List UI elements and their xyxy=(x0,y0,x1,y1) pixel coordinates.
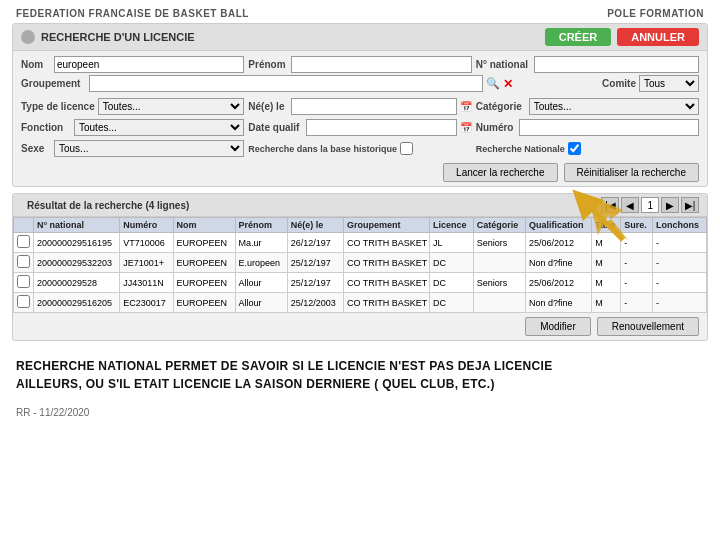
groupement-search-icon[interactable]: 🔍 xyxy=(486,77,500,90)
comite-label: Comite xyxy=(602,78,636,89)
info-text-line2: AILLEURS, OU S'IL ETAIT LICENCIE LA SAIS… xyxy=(16,375,704,393)
recherche-nationale-checkbox[interactable] xyxy=(568,142,581,155)
cell-taxe: M xyxy=(592,293,621,313)
prenom-field-group: Prénom xyxy=(248,56,471,73)
cell-qualification: 25/06/2012 xyxy=(526,273,592,293)
cell-numero: JE71001+ xyxy=(120,253,173,273)
cell-numero: VT710006 xyxy=(120,233,173,253)
results-table-container: N° national Numéro Nom Prénom Né(e) le G… xyxy=(13,217,707,313)
renouvellement-button[interactable]: Renouvellement xyxy=(597,317,699,336)
row-checkbox-cell[interactable] xyxy=(14,253,34,273)
row-checkbox-cell[interactable] xyxy=(14,233,34,253)
creer-button[interactable]: CRÉER xyxy=(545,28,612,46)
nee-le-calendar-icon[interactable]: 📅 xyxy=(460,101,472,112)
nav-next-button[interactable]: ▶ xyxy=(661,197,679,213)
sexe-field-group: Sexe Tous... xyxy=(21,140,244,157)
nom-label: Nom xyxy=(21,59,51,70)
cell-n-national: 200000029532203 xyxy=(34,253,120,273)
cell-prenom: Allour xyxy=(235,273,287,293)
header: FEDERATION FRANCAISE DE BASKET BALL POLE… xyxy=(0,0,720,23)
table-row[interactable]: 200000029516205 EC230017 EUROPEEN Allour… xyxy=(14,293,707,313)
search-panel-title: RECHERCHE D'UN LICENCIE xyxy=(41,31,545,43)
nee-le-input[interactable] xyxy=(291,98,456,115)
groupement-input[interactable] xyxy=(89,75,483,92)
col-prenom: Prénom xyxy=(235,218,287,233)
header-right-title: POLE FORMATION xyxy=(607,8,704,19)
cell-licence: DC xyxy=(430,293,474,313)
footer-text: RR - 11/22/2020 xyxy=(16,407,89,418)
nav-last-button[interactable]: ▶| xyxy=(681,197,699,213)
col-nee-le: Né(e) le xyxy=(287,218,343,233)
recherche-base-checkbox[interactable] xyxy=(400,142,413,155)
modifier-button[interactable]: Modifier xyxy=(525,317,591,336)
nee-le-field-group: Né(e) le 📅 xyxy=(248,98,471,115)
table-row[interactable]: 200000029532203 JE71001+ EUROPEEN E.urop… xyxy=(14,253,707,273)
table-row[interactable]: 200000029528 JJ43011N EUROPEEN Allour 25… xyxy=(14,273,707,293)
col-qualification: Qualification xyxy=(526,218,592,233)
info-text-block: RECHERCHE NATIONAL PERMET DE SAVOIR SI L… xyxy=(0,341,720,401)
categorie-label: Catégorie xyxy=(476,101,526,112)
reinitialiser-button[interactable]: Réinitialiser la recherche xyxy=(564,163,700,182)
comite-select[interactable]: Tous xyxy=(639,75,699,92)
cell-numero: EC230017 xyxy=(120,293,173,313)
cell-categorie: Seniors xyxy=(473,233,525,253)
annuler-button[interactable]: ANNULER xyxy=(617,28,699,46)
groupement-clear-icon[interactable]: ✕ xyxy=(503,77,513,91)
nom-input[interactable] xyxy=(54,56,244,73)
cell-nom: EUROPEEN xyxy=(173,253,235,273)
recherche-nationale-label: Recherche Nationale xyxy=(476,144,565,154)
row-checkbox-cell[interactable] xyxy=(14,273,34,293)
cell-groupement: CO TRITH BASKET P.. xyxy=(343,293,429,313)
col-numero: Numéro xyxy=(120,218,173,233)
date-qualif-input[interactable] xyxy=(306,119,456,136)
sexe-select[interactable]: Tous... xyxy=(54,140,244,157)
nom-field-group: Nom xyxy=(21,56,244,73)
nav-prev-button[interactable]: ◀ xyxy=(621,197,639,213)
cell-categorie: Seniors xyxy=(473,273,525,293)
numero-label: Numéro xyxy=(476,122,516,133)
cell-nee-le: 25/12/197 xyxy=(287,273,343,293)
date-qualif-field-group: Date qualif 📅 xyxy=(248,119,471,136)
results-panel: Résultat de la recherche (4 lignes) |◀ ◀… xyxy=(12,193,708,341)
cell-licence: DC xyxy=(430,273,474,293)
col-nom: Nom xyxy=(173,218,235,233)
recherche-base-group: Recherche dans la base historique xyxy=(248,142,471,155)
type-licence-label: Type de licence xyxy=(21,101,95,112)
cell-taxe: M xyxy=(592,233,621,253)
search-panel-icon xyxy=(21,30,35,44)
cell-licence: DC xyxy=(430,253,474,273)
cell-lonchons: - xyxy=(653,233,707,253)
cell-sure: - xyxy=(621,293,653,313)
cell-nom: EUROPEEN xyxy=(173,293,235,313)
fonction-select[interactable]: Toutes... xyxy=(74,119,244,136)
lancer-recherche-button[interactable]: Lancer la recherche xyxy=(443,163,557,182)
cell-prenom: Allour xyxy=(235,293,287,313)
results-title-bar: Résultat de la recherche (4 lignes) |◀ ◀… xyxy=(13,194,707,217)
cell-nee-le: 25/12/197 xyxy=(287,253,343,273)
nav-first-button[interactable]: |◀ xyxy=(601,197,619,213)
type-licence-field-group: Type de licence Toutes... xyxy=(21,98,244,115)
n-national-input[interactable] xyxy=(534,56,699,73)
fonction-label: Fonction xyxy=(21,122,71,133)
cell-groupement: CO TRITH BASKET P.. xyxy=(343,273,429,293)
prenom-label: Prénom xyxy=(248,59,288,70)
footer: RR - 11/22/2020 xyxy=(0,401,720,424)
cell-lonchons: - xyxy=(653,253,707,273)
date-qualif-calendar-icon[interactable]: 📅 xyxy=(460,122,472,133)
n-national-field-group: N° national xyxy=(476,56,699,73)
type-licence-select[interactable]: Toutes... xyxy=(98,98,245,115)
numero-input[interactable] xyxy=(519,119,699,136)
row-checkbox-cell[interactable] xyxy=(14,293,34,313)
search-action-row: Lancer la recherche Réinitialiser la rec… xyxy=(13,159,707,186)
col-checkbox xyxy=(14,218,34,233)
groupement-label: Groupement xyxy=(21,78,86,89)
prenom-input[interactable] xyxy=(291,56,471,73)
numero-field-group: Numéro xyxy=(476,119,699,136)
table-row[interactable]: 200000029516195 VT710006 EUROPEEN Ma.ur … xyxy=(14,233,707,253)
search-panel-title-bar: RECHERCHE D'UN LICENCIE CRÉER ANNULER xyxy=(13,24,707,51)
results-actions: Modifier Renouvellement xyxy=(13,313,707,340)
groupement-row: Groupement 🔍 ✕ Comite Tous xyxy=(13,75,707,92)
categorie-select[interactable]: Toutes... xyxy=(529,98,699,115)
cell-nom: EUROPEEN xyxy=(173,233,235,253)
search-panel: RECHERCHE D'UN LICENCIE CRÉER ANNULER No… xyxy=(12,23,708,187)
